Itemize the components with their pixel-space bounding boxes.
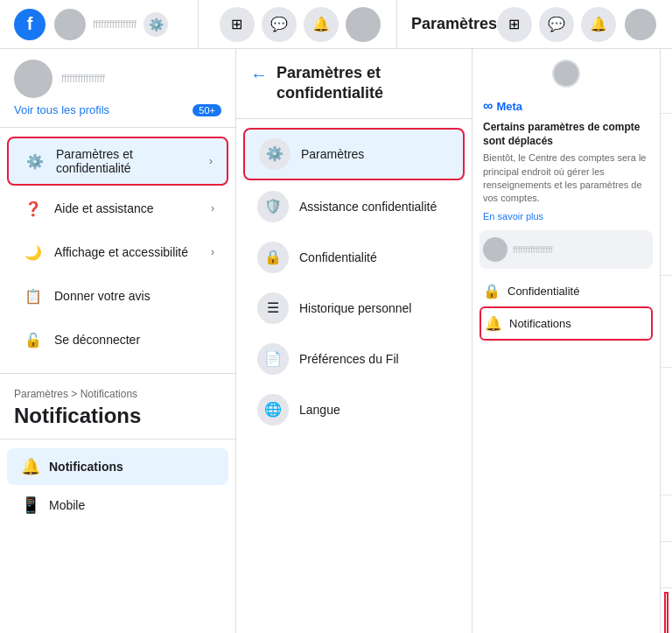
rs-notifications-label: Notifications (509, 317, 571, 330)
preferences-label: Préférences du Fil (299, 352, 399, 366)
notifications-icon-mid[interactable]: 🔔 (304, 7, 339, 42)
top-avatar-circle (552, 60, 580, 88)
middle-item-parametres[interactable]: ⚙️ Paramètres (243, 128, 465, 180)
nav-right-icons: ⊞ 💬 🔔 (497, 7, 658, 42)
en-savoir-plus-link[interactable]: En savoir plus (483, 211, 649, 222)
notif-mobile-label: Mobile (49, 498, 85, 512)
rs-item-notifications[interactable]: 🔔 Notifications (480, 306, 653, 341)
courriel-toggle-row: ✉️ Courriel (661, 496, 672, 542)
profile-avatar-large (14, 60, 52, 98)
profile-area: ffffffffffffffff ⚙️ (54, 9, 168, 40)
logout-label: Se déconnecter (54, 333, 214, 347)
profile-name: ffffffffffffffff (93, 18, 136, 31)
profile-row: ffffffffffffffff (14, 60, 221, 98)
texto-toggle-row: 💬 Texto (661, 542, 672, 588)
notif-breadcrumb: Paramètres > Notifications (0, 377, 235, 400)
right-panel-title: Paramètres (411, 15, 497, 33)
settings-icon: ⚙️ (23, 149, 47, 173)
middle-item-assistance[interactable]: 🛡️ Assistance confidentialité (243, 182, 465, 231)
anniversaires-card: 🎂 Anniversaires Push, E-mail, texto ∧ Il… (661, 49, 672, 633)
left-column: ffffffffffffffff Voir tous les profils 5… (0, 49, 236, 633)
top-circle-area (480, 60, 653, 88)
back-button[interactable]: ← (250, 63, 268, 85)
see-all-profiles-link[interactable]: Voir tous les profils (14, 103, 109, 116)
help-label: Aide et assistance (54, 201, 202, 215)
settings-label: Paramètres et confidentialité (56, 147, 200, 175)
meta-text: Meta (496, 100, 522, 113)
rs-account-name: ffffffffffffffff (513, 244, 553, 255)
rs-confidentialite-icon: 🔒 (483, 283, 500, 299)
nav-top-right: Paramètres ⊞ 💬 🔔 (397, 0, 672, 48)
pousser-toggle-row: 📤 Pousser (661, 449, 672, 496)
middle-column: ← Paramètres et confidentialité ⚙️ Param… (236, 49, 472, 633)
avatar (54, 9, 86, 40)
notif-item-mobile[interactable]: 📱 Mobile (7, 487, 228, 524)
right-settings-sidebar: ∞ Meta Certains paramètres de compte son… (472, 49, 661, 633)
nav-top-mid: ⊞ 💬 🔔 (199, 0, 397, 48)
see-all-row: Voir tous les profils 50+ (14, 103, 221, 116)
fb-logo: f (14, 9, 46, 40)
notif-bell-icon: 🔔 (21, 457, 40, 476)
historique-label: Historique personnel (299, 301, 411, 315)
historique-icon: ☰ (257, 292, 289, 324)
body-row: ffffffffffffffff Voir tous les profils 5… (0, 49, 672, 633)
nav-top-left: f ffffffffffffffff ⚙️ (0, 0, 199, 48)
sidebar-item-display[interactable]: 🌙 Affichage et accessibilité › (7, 231, 228, 273)
display-arrow: › (211, 246, 214, 258)
middle-panel-title: Paramètres et confidentialité (276, 63, 458, 104)
sidebar-menu: ⚙️ Paramètres et confidentialité › ❓ Aid… (0, 128, 235, 369)
meta-logo-row: ∞ Meta (480, 95, 653, 117)
avatar-right[interactable] (623, 7, 658, 42)
sidebar-item-help[interactable]: ❓ Aide et assistance › (7, 187, 228, 229)
preferences-icon: 📄 (257, 343, 289, 375)
help-arrow: › (211, 202, 214, 215)
divider-1 (0, 373, 235, 374)
grid-icon-right[interactable]: ⊞ (497, 7, 532, 42)
display-label: Affichage et accessibilité (54, 245, 202, 259)
anniversaires-description: Il s'agit de notifications sur les anniv… (661, 114, 672, 276)
logout-icon: 🔓 (21, 327, 46, 352)
assistance-icon: 🛡️ (257, 191, 289, 222)
nav-mid-icons: ⊞ 💬 🔔 (220, 7, 381, 42)
rs-item-confidentialite[interactable]: 🔒 Confidentialité (480, 276, 653, 306)
feedback-icon: 📋 (21, 284, 46, 308)
meta-logo: ∞ (483, 98, 493, 114)
sidebar-item-logout[interactable]: 🔓 Se déconnecter (7, 319, 228, 361)
confidentialite-label: Confidentialité (299, 250, 377, 264)
assistance-label: Assistance confidentialité (299, 200, 437, 214)
display-icon: 🌙 (21, 240, 46, 264)
rs-avatar (483, 237, 508, 262)
middle-item-historique[interactable]: ☰ Historique personnel (243, 284, 465, 333)
notif-menu: 🔔 Notifications 📱 Mobile (0, 440, 235, 532)
parametres-icon: ⚙️ (259, 138, 290, 170)
middle-menu: ⚙️ Paramètres 🛡️ Assistance confidential… (236, 119, 472, 443)
feedback-label: Donner votre avis (54, 289, 214, 303)
middle-item-preferences[interactable]: 📄 Préférences du Fil (243, 334, 465, 383)
profile-section: ffffffffffffffff Voir tous les profils 5… (0, 49, 235, 128)
middle-item-langue[interactable]: 🌐 Langue (243, 385, 465, 434)
settings-arrow: › (209, 155, 213, 167)
notif-mobile-icon: 📱 (21, 496, 40, 515)
notice-title: Certains paramètres de compte sont dépla… (483, 121, 649, 148)
middle-header: ← Paramètres et confidentialité (236, 49, 472, 119)
notice-text: Bientôt, le Centre des comptes sera le p… (483, 151, 649, 206)
breadcrumb-text: Paramètres > Notifications (14, 388, 137, 400)
recevoir-header: Recevoir des notifications pour : (666, 594, 672, 633)
notifications-icon-right[interactable]: 🔔 (581, 7, 616, 42)
profiles-badge: 50+ (192, 104, 221, 116)
profile-settings-icon[interactable]: ⚙️ (144, 12, 168, 37)
messenger-icon-right[interactable]: 💬 (539, 7, 574, 42)
grid-icon[interactable]: ⊞ (220, 7, 255, 42)
sidebar-item-settings[interactable]: ⚙️ Paramètres et confidentialité › (7, 137, 228, 186)
avatar-mid[interactable] (346, 7, 381, 42)
middle-item-confidentialite[interactable]: 🔒 Confidentialité (243, 233, 465, 282)
rs-confidentialite-label: Confidentialité (508, 285, 579, 298)
sidebar-item-feedback[interactable]: 📋 Donner votre avis (7, 275, 228, 317)
autoriser-toggle-row: 🔔 Autoriser les notifications sur Facebo… (661, 276, 672, 368)
profile-name-label: ffffffffffffffff (61, 73, 105, 85)
notif-item-notifications[interactable]: 🔔 Notifications (7, 448, 228, 485)
langue-label: Langue (299, 403, 340, 417)
right-column: ∞ Meta Certains paramètres de compte son… (472, 49, 672, 633)
messenger-icon[interactable]: 💬 (262, 7, 297, 42)
langue-icon: 🌐 (257, 394, 289, 426)
